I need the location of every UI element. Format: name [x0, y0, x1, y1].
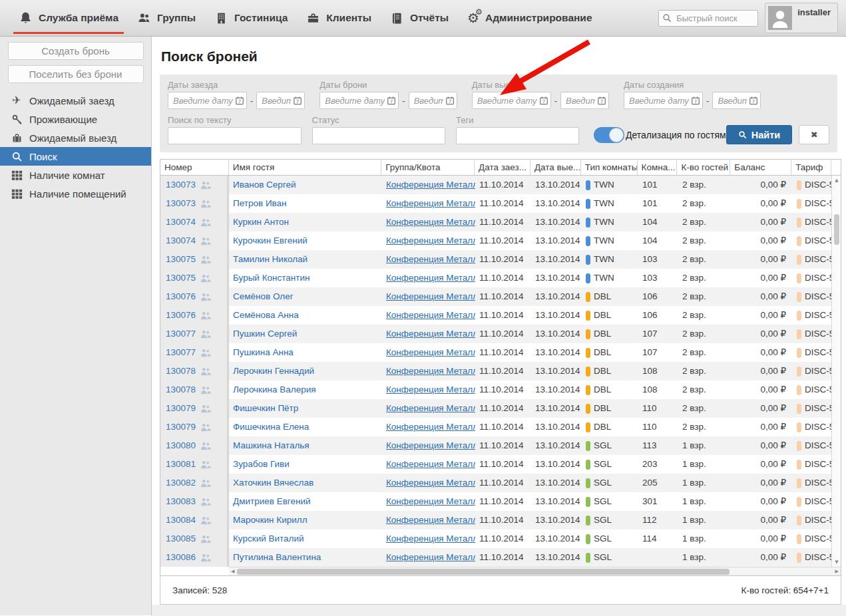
guest-name-link[interactable]: Иванов Сергей: [233, 176, 296, 194]
group-quota-link[interactable]: Конференция Металлург: [386, 548, 475, 567]
column-header-number[interactable]: Номер: [160, 160, 229, 175]
guest-name-link[interactable]: Семёнов Олег: [233, 287, 294, 306]
table-row[interactable]: 130074 Куркин Антон Конференция Металлур…: [160, 213, 841, 231]
column-header-tariff[interactable]: Тариф: [791, 160, 831, 175]
group-quota-link[interactable]: Конференция Металлург: [386, 455, 475, 474]
table-row[interactable]: 130082 Хаточкин Вячеслав Конференция Мет…: [160, 474, 841, 492]
guest-name-link[interactable]: Лерочкина Валерия: [233, 381, 316, 399]
group-quota-link[interactable]: Конференция Металлург: [386, 343, 475, 362]
calendar-icon[interactable]: 7: [691, 96, 700, 105]
table-row[interactable]: 130075 Тамилин Николай Конференция Метал…: [160, 250, 841, 269]
booking-number-link[interactable]: 130073: [166, 176, 196, 194]
scroll-left-arrow[interactable]: ◀: [231, 567, 234, 575]
booking-number-link[interactable]: 130077: [166, 343, 196, 362]
table-row[interactable]: 130078 Лерочкина Валерия Конференция Мет…: [160, 381, 841, 399]
horizontal-scrollbar[interactable]: ◀ ▶: [229, 567, 841, 575]
sidebar-item-expected-departure[interactable]: Ожидаемый выезд: [0, 128, 151, 147]
calendar-icon[interactable]: 7: [597, 96, 606, 105]
group-quota-link[interactable]: Конференция Металлург: [386, 474, 475, 492]
status-input[interactable]: [312, 127, 446, 144]
group-quota-link[interactable]: Конференция Металлург: [386, 287, 475, 306]
scroll-up-arrow[interactable]: ▲: [832, 178, 841, 183]
find-button[interactable]: Найти: [726, 125, 792, 144]
table-row[interactable]: 130079 Фишечкин Пётр Конференция Металлу…: [160, 399, 841, 418]
guest-name-link[interactable]: Бурый Константин: [233, 269, 310, 287]
column-header-room-type[interactable]: Тип комнаты: [581, 160, 638, 175]
table-row[interactable]: 130078 Лерочкин Геннадий Конференция Мет…: [160, 362, 841, 381]
group-quota-link[interactable]: Конференция Металлург: [386, 399, 475, 418]
group-quota-link[interactable]: Конференция Металлург: [386, 511, 475, 530]
guest-name-link[interactable]: Дмитриев Евгений: [233, 492, 310, 511]
group-quota-link[interactable]: Конференция Металлург: [386, 325, 475, 343]
column-header-guest-count[interactable]: К-во гостей: [677, 160, 730, 175]
group-quota-link[interactable]: Конференция Металлург: [386, 250, 475, 269]
calendar-icon[interactable]: 7: [445, 96, 455, 105]
table-row[interactable]: 130076 Семёнов Олег Конференция Металлур…: [160, 287, 841, 306]
booking-number-link[interactable]: 130077: [166, 325, 196, 343]
sidebar-item-room-availability[interactable]: Наличие комнат: [0, 166, 151, 184]
table-row[interactable]: 130073 Петров Иван Конференция Металлург…: [160, 194, 841, 213]
table-row[interactable]: 130086 Путилина Валентина Конференция Ме…: [160, 548, 841, 567]
group-quota-link[interactable]: Конференция Металлург: [386, 436, 475, 455]
booking-number-link[interactable]: 130081: [166, 455, 196, 474]
guest-name-link[interactable]: Тамилин Николай: [233, 250, 308, 269]
checkin-without-booking-button[interactable]: Поселить без брони: [8, 65, 144, 83]
column-header-departure[interactable]: Дата вые...: [530, 160, 581, 175]
booking-number-link[interactable]: 130074: [166, 231, 196, 250]
tags-input[interactable]: [456, 127, 579, 144]
calendar-icon[interactable]: 7: [387, 96, 396, 105]
booking-number-link[interactable]: 130075: [166, 269, 196, 287]
booking-number-link[interactable]: 130084: [166, 511, 196, 530]
group-quota-link[interactable]: Конференция Металлург: [386, 492, 475, 511]
booking-number-link[interactable]: 130079: [166, 418, 196, 436]
guest-name-link[interactable]: Фишечкин Пётр: [233, 399, 298, 418]
group-quota-link[interactable]: Конференция Металлург: [386, 418, 475, 436]
guest-name-link[interactable]: Лерочкин Геннадий: [233, 362, 314, 381]
group-quota-link[interactable]: Конференция Металлург: [386, 176, 475, 194]
calendar-icon[interactable]: 7: [749, 96, 758, 105]
column-header-guest-name[interactable]: Имя гостя: [229, 160, 382, 175]
sidebar-item-search[interactable]: Поиск: [0, 147, 151, 166]
nav-item-hotel[interactable]: Гостиница: [205, 0, 297, 36]
column-header-room[interactable]: Комна...: [638, 160, 678, 175]
guest-name-link[interactable]: Пушкина Анна: [233, 343, 294, 362]
table-row[interactable]: 130085 Курский Виталий Конференция Метал…: [160, 530, 841, 548]
booking-number-link[interactable]: 130086: [166, 548, 196, 567]
table-row[interactable]: 130080 Машкина Наталья Конференция Метал…: [160, 436, 841, 455]
table-row[interactable]: 130083 Дмитриев Евгений Конференция Мета…: [160, 492, 841, 511]
table-row[interactable]: 130074 Курочкин Евгений Конференция Мета…: [160, 231, 841, 250]
table-row[interactable]: 130073 Иванов Сергей Конференция Металлу…: [160, 176, 841, 194]
nav-item-administration[interactable]: ⚙⚙ Администрирование: [458, 0, 601, 36]
calendar-icon[interactable]: 7: [235, 96, 244, 105]
table-row[interactable]: 130075 Бурый Константин Конференция Мета…: [160, 269, 841, 287]
group-quota-link[interactable]: Конференция Металлург: [386, 231, 475, 250]
group-quota-link[interactable]: Конференция Металлург: [386, 530, 475, 548]
booking-number-link[interactable]: 130078: [166, 381, 196, 399]
sidebar-item-premises-availability[interactable]: Наличие помещений: [0, 184, 151, 203]
sidebar-item-residents[interactable]: Проживающие: [0, 110, 151, 128]
guest-name-link[interactable]: Фишечкина Елена: [233, 418, 309, 436]
group-quota-link[interactable]: Конференция Металлург: [386, 194, 475, 213]
calendar-icon[interactable]: 7: [293, 96, 302, 105]
guest-name-link[interactable]: Куркин Антон: [233, 213, 289, 231]
group-quota-link[interactable]: Конференция Металлург: [386, 306, 475, 325]
booking-number-link[interactable]: 130079: [166, 399, 196, 418]
booking-number-link[interactable]: 130076: [166, 306, 196, 325]
nav-item-front-desk[interactable]: Служба приёма: [9, 0, 128, 36]
calendar-icon[interactable]: 7: [539, 96, 548, 105]
column-header-group-quota[interactable]: Группа/Квота: [381, 160, 475, 175]
table-row[interactable]: 130076 Семёнова Анна Конференция Металлу…: [160, 306, 841, 325]
table-row[interactable]: 130077 Пушкин Сергей Конференция Металлу…: [160, 325, 841, 343]
horizontal-scroll-thumb[interactable]: [237, 569, 730, 575]
booking-number-link[interactable]: 130074: [166, 213, 196, 231]
guest-name-link[interactable]: Марочкин Кирилл: [233, 511, 308, 530]
text-search-input[interactable]: [168, 127, 302, 144]
column-header-arrival[interactable]: Дата заез...: [475, 160, 530, 175]
booking-number-link[interactable]: 130085: [166, 530, 196, 548]
booking-number-link[interactable]: 130078: [166, 362, 196, 381]
guest-name-link[interactable]: Зурабов Гиви: [233, 455, 290, 474]
booking-number-link[interactable]: 130076: [166, 287, 196, 306]
scroll-right-arrow[interactable]: ▶: [835, 567, 839, 575]
clear-filters-button[interactable]: ✖: [799, 125, 829, 144]
table-row[interactable]: 130077 Пушкина Анна Конференция Металлур…: [160, 343, 841, 362]
